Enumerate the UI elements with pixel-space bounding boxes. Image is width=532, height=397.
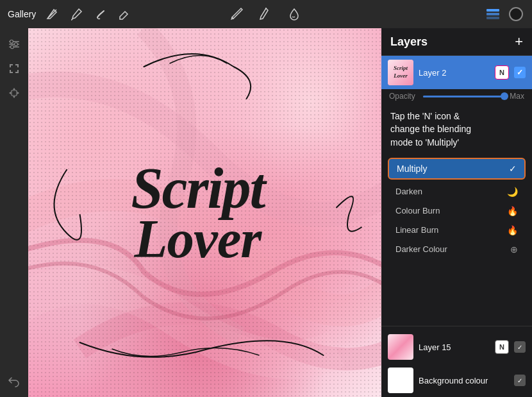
- gallery-button[interactable]: Gallery: [8, 9, 36, 19]
- main-content: Script Lover Layers +: [0, 28, 532, 397]
- canvas-background: Script Lover: [28, 28, 381, 397]
- transform-icon[interactable]: [4, 83, 24, 103]
- script-line2: Lover: [131, 214, 264, 264]
- svg-point-9: [11, 46, 14, 49]
- layer2-name: Layer 2: [419, 68, 490, 78]
- layer-divider: [381, 326, 532, 326]
- background-colour-item[interactable]: Background colour: [381, 364, 532, 397]
- script-text-container: Script Lover: [131, 162, 264, 264]
- toolbar-right: [485, 6, 524, 22]
- layers-bottom: Layer 15 N Background colour: [381, 322, 532, 397]
- background-colour-thumbnail: [388, 367, 413, 393]
- water-icon[interactable]: [286, 6, 303, 22]
- blend-mode-darker-colour-label: Darker Colour: [395, 244, 447, 254]
- svg-rect-1: [486, 9, 499, 12]
- blend-mode-colour-burn-label: Colour Burn: [395, 206, 440, 215]
- color-picker-icon[interactable]: [508, 6, 524, 22]
- right-panel: Layers + Script Lover: [381, 28, 532, 397]
- blend-mode-darker-colour[interactable]: Darker Colour ⊕: [381, 240, 532, 259]
- blend-mode-multiply[interactable]: Multiply ✓: [388, 158, 526, 180]
- layers-title: Layers: [390, 35, 428, 49]
- script-line1: Script: [131, 162, 264, 214]
- blend-mode-darken-label: Darken: [395, 187, 422, 196]
- layer15-name: Layer 15: [419, 342, 490, 352]
- top-toolbar: Gallery: [0, 0, 532, 28]
- flourish-overlay: [28, 28, 381, 397]
- undo-icon[interactable]: [4, 371, 24, 391]
- blend-darker-colour-icon: ⊕: [510, 244, 518, 255]
- erase-tool-icon[interactable]: [117, 6, 133, 22]
- svg-text:Script: Script: [394, 65, 408, 71]
- smudge-tool-icon[interactable]: [92, 6, 109, 22]
- svg-point-7: [10, 40, 13, 43]
- selection-icon[interactable]: [4, 59, 24, 78]
- opacity-max-label: Max: [510, 92, 524, 101]
- layer2-visibility-check[interactable]: [514, 67, 526, 78]
- layer2-thumb-content: Script Lover: [388, 60, 413, 85]
- svg-point-0: [265, 8, 267, 9]
- background-visibility-check[interactable]: [514, 375, 526, 386]
- layer2-thumbnail: Script Lover: [388, 60, 413, 85]
- blend-mode-multiply-check: ✓: [509, 164, 517, 174]
- adjust-icon[interactable]: [4, 35, 24, 54]
- svg-rect-10: [12, 90, 17, 96]
- left-sidebar: [0, 28, 28, 397]
- blend-linear-burn-icon: 🔥: [507, 225, 518, 235]
- modify-tool-icon[interactable]: [44, 6, 60, 22]
- layers-icon[interactable]: [485, 6, 501, 22]
- pencil-center-icon[interactable]: [229, 6, 246, 22]
- background-colour-name: Background colour: [419, 376, 509, 385]
- toolbar-left: Gallery: [8, 6, 133, 22]
- layer15-thumbnail: [388, 334, 413, 360]
- blend-mode-linear-burn[interactable]: Linear Burn 🔥: [381, 221, 532, 240]
- opacity-label: Opacity: [389, 92, 418, 101]
- brush-tool-icon[interactable]: [68, 6, 85, 22]
- svg-rect-2: [486, 13, 499, 15]
- blend-mode-colour-burn[interactable]: Colour Burn 🔥: [381, 201, 532, 221]
- opacity-row: Opacity Max: [381, 89, 532, 103]
- layer15-item[interactable]: Layer 15 N: [381, 330, 532, 364]
- opacity-slider[interactable]: [423, 96, 504, 97]
- svg-rect-3: [486, 17, 499, 19]
- opacity-fill: [423, 96, 504, 97]
- blend-colour-burn-icon: 🔥: [507, 206, 518, 216]
- svg-point-8: [15, 43, 18, 46]
- blend-mode-multiply-label: Multiply: [397, 164, 427, 174]
- blend-darken-icon: 🌙: [507, 187, 518, 197]
- pen-center-icon[interactable]: [258, 6, 274, 22]
- blend-mode-darken[interactable]: Darken 🌙: [381, 182, 532, 201]
- opacity-thumb: [501, 92, 508, 100]
- halftone-overlay: [28, 28, 381, 397]
- layer2-blend-button[interactable]: N: [495, 65, 509, 80]
- marble-overlay: [28, 28, 381, 397]
- add-layer-button[interactable]: +: [515, 35, 523, 49]
- instruction-text: Tap the 'N' icon &change the blendingmod…: [381, 103, 532, 155]
- layer15-visibility-check[interactable]: [514, 341, 526, 353]
- layer2-item[interactable]: Script Lover Layer 2 N: [381, 56, 532, 89]
- blend-mode-linear-burn-label: Linear Burn: [395, 225, 438, 235]
- svg-text:Lover: Lover: [393, 72, 408, 79]
- canvas-area: Script Lover: [28, 28, 381, 397]
- layers-header: Layers +: [381, 28, 532, 56]
- layer15-blend-button[interactable]: N: [495, 340, 509, 354]
